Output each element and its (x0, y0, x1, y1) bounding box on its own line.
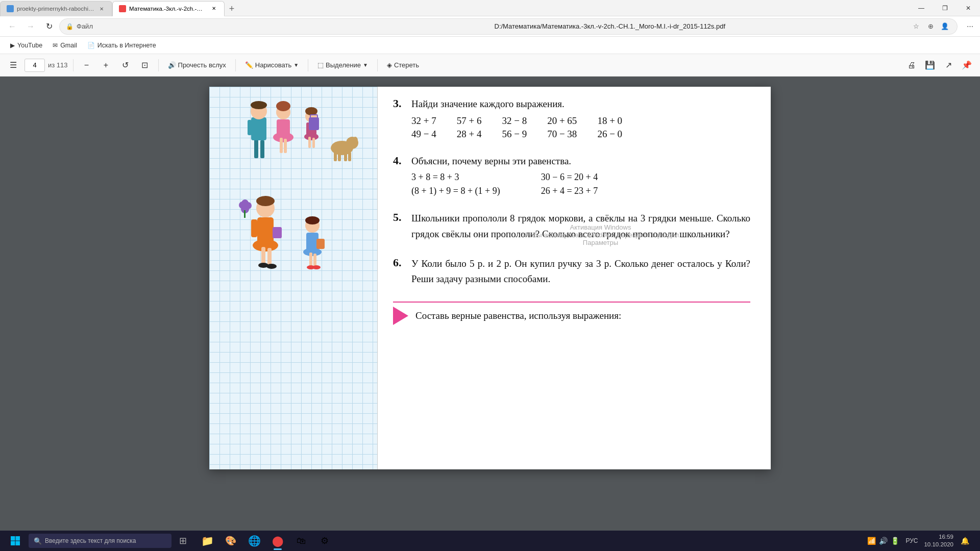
svg-point-43 (305, 216, 320, 224)
bookmark-gmail-label: Gmail (60, 42, 77, 49)
taskbar-app-paint[interactable]: 🎨 (219, 531, 242, 551)
tab-strip: proekty-primernykh-rabochikh-... ✕ Матем… (0, 0, 239, 16)
svg-rect-16 (308, 137, 311, 148)
gmail-icon: ✉ (53, 42, 58, 49)
svg-point-7 (276, 101, 290, 111)
star-icon[interactable]: ☆ (910, 20, 922, 33)
svg-rect-31 (261, 247, 265, 265)
exercise-5-text: Школьники пропололи 8 грядок моркови, а … (411, 211, 750, 242)
svg-point-49 (312, 265, 321, 269)
youtube-icon: ▶ (10, 42, 15, 49)
taskbar-app-edge[interactable]: 🌐 (243, 531, 265, 551)
search-icon: 🔍 (34, 537, 42, 545)
bookmark-search-label: Искать в Интернете (97, 42, 156, 49)
pdf-divider-2 (158, 59, 159, 71)
pdf-share-button[interactable]: ↗ (940, 57, 957, 73)
svg-point-15 (304, 133, 318, 140)
pdf-content: 3. Найди значение каждого выражения. 32 … (378, 87, 771, 469)
tab-2-favicon (119, 5, 126, 12)
svg-point-28 (256, 196, 275, 206)
clock-date: 10.10.2020 (924, 541, 953, 548)
pdf-zoom-in-button[interactable]: + (98, 57, 114, 73)
pdf-save-button[interactable]: 💾 (922, 57, 938, 73)
taskbar-search-text: Введите здесь текст для поиска (45, 537, 136, 544)
svg-rect-51 (11, 536, 15, 541)
pdf-pin-button[interactable]: 📌 (959, 57, 975, 73)
back-button[interactable]: ← (4, 18, 20, 35)
exercise-4: 4. Объясни, почему верны эти равенства. … (393, 154, 750, 197)
svg-point-9 (273, 132, 293, 142)
start-button[interactable] (4, 531, 27, 551)
svg-rect-52 (16, 536, 20, 541)
expr-3-2-2: 28 + 4 (457, 129, 482, 140)
restore-button[interactable]: ❐ (933, 0, 957, 16)
eq-right-2: 26 + 4 = 23 + 7 (541, 186, 598, 196)
taskbar-widgets-button[interactable]: ⊞ (174, 532, 192, 550)
tab-1[interactable]: proekty-primernykh-rabochikh-... ✕ (0, 1, 112, 16)
pdf-rotate-button[interactable]: ↺ (117, 57, 134, 73)
pdf-read-aloud-button[interactable]: 🔊 Прочесть вслух (164, 59, 230, 71)
read-aloud-label: Прочесть вслух (178, 61, 226, 69)
address-bar[interactable]: 🔒 Файл D:/Математика/Математика.-3кл.-v-… (59, 18, 958, 35)
refresh-button[interactable]: ↻ (41, 18, 57, 35)
tab-2-close[interactable]: ✕ (210, 5, 218, 13)
bottom-question: Составь верные равенства, используя выра… (393, 307, 750, 325)
svg-rect-23 (344, 153, 347, 161)
illustration-top (230, 92, 362, 173)
volume-icon[interactable]: 🔊 (879, 537, 888, 545)
forward-button[interactable]: → (22, 18, 39, 35)
pdf-menu-button[interactable]: ☰ (5, 57, 21, 73)
clock-block[interactable]: 16:59 10.10.2020 (924, 533, 953, 548)
minimize-button[interactable]: — (910, 0, 933, 16)
pdf-page: // Draw grid lines via JS since we can't… (209, 87, 771, 469)
bookmark-youtube[interactable]: ▶ YouTube (6, 40, 46, 51)
expr-3-2-5: 26 − 0 (597, 129, 622, 140)
new-tab-button[interactable]: + (225, 2, 239, 16)
edge-icon: 🌐 (248, 535, 261, 547)
pdf-page-total: из 113 (48, 61, 68, 69)
tab-1-close[interactable]: ✕ (97, 5, 106, 13)
bookmark-youtube-label: YouTube (17, 42, 42, 49)
paint-icon: 🎨 (225, 535, 236, 546)
taskbar-right: 📶 🔊 🔋 РУС 16:59 10.10.2020 🔔 (867, 533, 976, 548)
equality-left-col: 3 + 8 = 8 + 3 (8 + 1) + 9 = 8 + (1 + 9) (411, 172, 500, 196)
notification-button[interactable]: 🔔 (958, 534, 972, 548)
pdf-page-input[interactable] (24, 59, 45, 72)
pdf-draw-button[interactable]: ✏️ Нарисовать ▼ (241, 59, 303, 71)
language-button[interactable]: РУС (903, 536, 920, 545)
erase-label: Стереть (394, 61, 419, 69)
taskbar-app-file-explorer[interactable]: 📁 (196, 531, 218, 551)
tab-2[interactable]: Математика.-3кл.-v-2ch.-CH.1._М... ✕ (112, 1, 225, 16)
select-chevron: ▼ (363, 62, 368, 68)
windows-logo-icon (10, 536, 20, 546)
pdf-erase-button[interactable]: ◈ Стереть (383, 59, 423, 71)
battery-icon[interactable]: 🔋 (891, 537, 899, 545)
pdf-fit-button[interactable]: ⊡ (137, 57, 153, 73)
network-icon[interactable]: 📶 (867, 537, 876, 545)
read-aloud-icon: 🔊 (168, 61, 176, 69)
svg-point-13 (305, 107, 317, 115)
svg-rect-53 (11, 541, 15, 546)
pdf-select-button[interactable]: ⬚ Выделение ▼ (313, 59, 372, 71)
bookmark-gmail[interactable]: ✉ Gmail (48, 40, 81, 51)
bookmarks-bar: ▶ YouTube ✉ Gmail 📄 Искать в Интернете (0, 37, 980, 54)
pdf-zoom-out-button[interactable]: − (79, 57, 95, 73)
pdf-print-button[interactable]: 🖨 (903, 57, 920, 73)
settings-icon[interactable]: ⋯ (964, 20, 976, 33)
exercise-3-header: 3. Найди значение каждого выражения. (393, 97, 750, 111)
widgets-icon: ⊞ (179, 535, 187, 546)
pdf-divider-4 (308, 59, 308, 71)
svg-rect-22 (338, 153, 341, 161)
bookmark-search[interactable]: 📄 Искать в Интернете (83, 40, 160, 51)
taskbar-app-media[interactable]: ⬤ (266, 531, 289, 551)
taskbar-app-store[interactable]: 🛍 (290, 531, 312, 551)
taskbar-search-bar[interactable]: 🔍 Введите здесь текст для поиска (29, 534, 172, 548)
taskbar: 🔍 Введите здесь текст для поиска ⊞ 📁 🎨 🌐… (0, 531, 980, 551)
lock-icon: 🔒 (66, 23, 74, 30)
collections-icon[interactable]: ⊕ (924, 20, 937, 33)
close-button[interactable]: ✕ (957, 0, 980, 16)
profile-icon[interactable]: 👤 (939, 20, 951, 33)
taskbar-app-chrome[interactable]: ⚙ (313, 531, 336, 551)
exercise-5: 5. Школьники пропололи 8 грядок моркови,… (393, 211, 750, 242)
svg-rect-32 (267, 248, 272, 265)
